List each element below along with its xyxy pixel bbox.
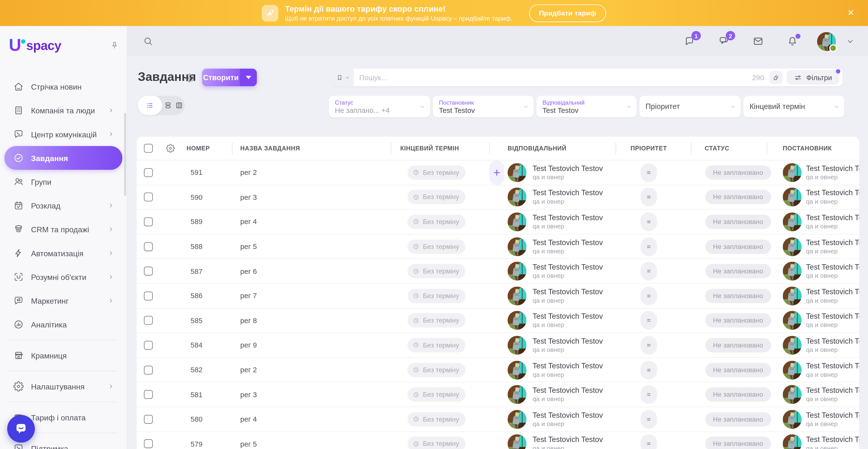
status-pill[interactable]: Не заплановано: [705, 264, 771, 278]
row-checkbox[interactable]: [144, 168, 153, 177]
priority-badge[interactable]: [641, 311, 657, 330]
sidebar-item-settings[interactable]: Налаштування: [4, 375, 122, 398]
search-input[interactable]: [354, 73, 752, 82]
due-date-pill[interactable]: Без терміну: [407, 437, 466, 449]
table-row[interactable]: 579 рег 5 Без терміну Test Testovich Tes…: [137, 432, 859, 449]
table-row[interactable]: 580 рег 4 Без терміну Test Testovich Tes…: [137, 407, 859, 432]
sidebar-item-analytics[interactable]: Аналітика: [4, 313, 122, 336]
task-title[interactable]: рег 7: [240, 292, 257, 300]
sidebar-item-tasks[interactable]: Завдання: [4, 146, 122, 170]
priority-badge[interactable]: [641, 213, 657, 231]
responsible-avatar[interactable]: [508, 385, 527, 404]
responsible-name[interactable]: Test Testovich Testov: [533, 238, 603, 247]
sidebar-item-automation[interactable]: Автоматизація: [4, 241, 122, 265]
priority-badge[interactable]: [641, 163, 657, 182]
row-checkbox[interactable]: [144, 291, 153, 300]
author-avatar[interactable]: [783, 410, 802, 429]
responsible-name[interactable]: Test Testovich Testov: [533, 189, 603, 198]
author-avatar[interactable]: [783, 287, 802, 306]
responsible-avatar[interactable]: [508, 188, 527, 206]
responsible-name[interactable]: Test Testovich Testov: [533, 361, 603, 371]
table-row[interactable]: 581 рег 3 Без терміну Test Testovich Tes…: [137, 382, 859, 407]
author-name[interactable]: Test Testovich Testov: [806, 263, 859, 272]
priority-badge[interactable]: [641, 262, 657, 281]
responsible-name[interactable]: Test Testovich Testov: [533, 263, 603, 272]
task-title[interactable]: рег 4: [240, 415, 257, 423]
table-row[interactable]: 584 рег 9 Без терміну Test Testovich Tes…: [137, 333, 859, 358]
priority-badge[interactable]: [641, 410, 657, 429]
priority-badge[interactable]: [641, 385, 657, 404]
user-avatar[interactable]: [817, 32, 836, 51]
status-pill[interactable]: Не заплановано: [705, 338, 771, 352]
table-row[interactable]: 585 рег 8 Без терміну Test Testovich Tes…: [137, 309, 859, 333]
author-avatar[interactable]: [783, 311, 802, 330]
task-title[interactable]: рег 5: [240, 440, 257, 448]
chat-icon[interactable]: 1: [684, 35, 695, 47]
search-icon[interactable]: [143, 36, 153, 46]
row-checkbox[interactable]: [144, 242, 153, 251]
filters-button[interactable]: Фільтри: [787, 70, 839, 85]
quick-add-button[interactable]: +: [489, 160, 504, 185]
responsible-avatar[interactable]: [508, 336, 527, 355]
author-name[interactable]: Test Testovich Testov: [806, 238, 859, 247]
task-title[interactable]: рег 2: [240, 168, 257, 177]
row-checkbox[interactable]: [144, 365, 153, 375]
responsible-avatar[interactable]: [508, 213, 527, 231]
clear-filters-eraser-button[interactable]: [770, 71, 783, 84]
row-checkbox[interactable]: [144, 193, 153, 202]
author-avatar[interactable]: [783, 336, 802, 355]
responsible-avatar[interactable]: [508, 311, 527, 330]
author-avatar[interactable]: [783, 237, 802, 256]
view-columns-tab[interactable]: [174, 101, 185, 110]
priority-badge[interactable]: [641, 287, 657, 306]
responsible-avatar[interactable]: [508, 410, 527, 429]
pin-sidebar-icon[interactable]: [110, 41, 119, 50]
responsible-name[interactable]: Test Testovich Testov: [533, 164, 603, 173]
author-avatar[interactable]: [783, 262, 802, 281]
author-avatar[interactable]: [783, 360, 802, 379]
table-row[interactable]: 587 рег 6 Без терміну Test Testovich Tes…: [137, 259, 859, 284]
status-pill[interactable]: Не заплановано: [705, 239, 771, 254]
sidebar-item-smart-objects[interactable]: Розумні об'єкти: [4, 265, 122, 289]
responsible-name[interactable]: Test Testovich Testov: [533, 436, 603, 445]
responsible-avatar[interactable]: [508, 262, 527, 281]
author-avatar[interactable]: [783, 213, 802, 231]
priority-badge[interactable]: [641, 435, 657, 449]
filter-chip-status[interactable]: Статус Не заплано... +4: [329, 96, 430, 117]
priority-badge[interactable]: [641, 360, 657, 379]
view-list-tab[interactable]: [138, 96, 162, 115]
filter-chip-responsible[interactable]: Відповідальний Test Testov: [536, 96, 637, 117]
buy-tariff-button[interactable]: Придбати тариф: [529, 4, 606, 22]
create-button[interactable]: Створити: [202, 68, 257, 86]
sidebar-item-store[interactable]: Крамниця: [4, 344, 122, 367]
sidebar-item-company[interactable]: Компанія та люди: [4, 99, 122, 122]
due-date-pill[interactable]: Без терміну: [407, 363, 466, 377]
table-row[interactable]: 582 рег 2 Без терміну Test Testovich Tes…: [137, 358, 859, 382]
status-pill[interactable]: Не заплановано: [705, 437, 771, 449]
author-name[interactable]: Test Testovich Testov: [806, 436, 859, 445]
sidebar-item-schedule[interactable]: Розклад: [4, 194, 122, 218]
row-checkbox[interactable]: [144, 341, 153, 350]
row-checkbox[interactable]: [144, 316, 153, 325]
due-date-pill[interactable]: Без терміну: [407, 190, 466, 204]
notifications-bell-icon[interactable]: [786, 35, 798, 47]
task-title[interactable]: рег 9: [240, 341, 257, 349]
saved-filters-bookmark-button[interactable]: [332, 68, 353, 86]
responsible-avatar[interactable]: [508, 435, 527, 449]
status-pill[interactable]: Не заплановано: [705, 165, 771, 180]
due-date-pill[interactable]: Без терміну: [407, 165, 466, 180]
author-name[interactable]: Test Testovich Testov: [806, 164, 859, 173]
mail-icon[interactable]: [752, 35, 764, 47]
table-row[interactable]: 588 рег 5 Без терміну Test Testovich Tes…: [137, 234, 859, 259]
due-date-pill[interactable]: Без терміну: [407, 338, 466, 352]
author-avatar[interactable]: [783, 435, 802, 449]
responsible-name[interactable]: Test Testovich Testov: [533, 411, 603, 420]
task-title[interactable]: рег 3: [240, 390, 257, 398]
responsible-avatar[interactable]: [508, 237, 527, 256]
status-pill[interactable]: Не заплановано: [705, 190, 771, 204]
responsible-name[interactable]: Test Testovich Testov: [533, 386, 603, 395]
task-title[interactable]: рег 4: [240, 218, 257, 226]
sidebar-item-groups[interactable]: Групи: [4, 170, 122, 193]
support-chat-fab[interactable]: [7, 415, 35, 443]
status-pill[interactable]: Не заплановано: [705, 215, 771, 229]
